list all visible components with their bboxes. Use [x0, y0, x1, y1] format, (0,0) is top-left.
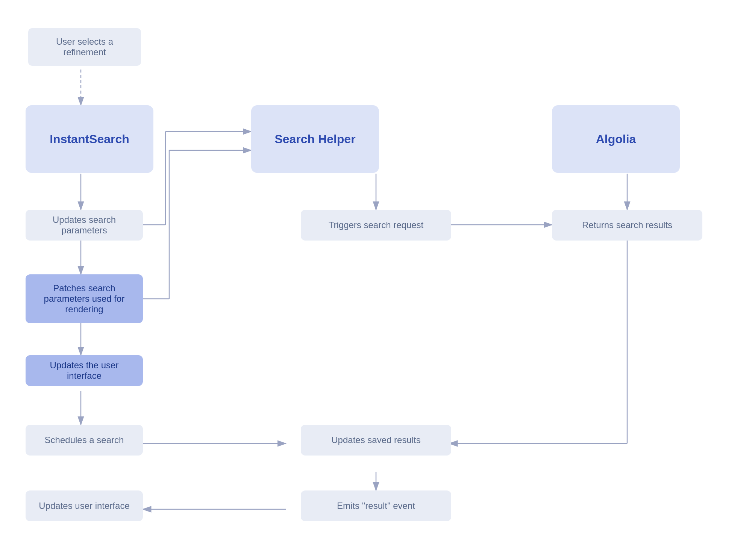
updates-user-interface-box: Updates the user interface [26, 355, 143, 386]
triggers-search-box: Triggers search request [301, 210, 451, 241]
algolia-box: Algolia [552, 105, 680, 173]
updates-search-params-box: Updates search parameters [26, 210, 143, 241]
search-helper-box: Search Helper [251, 105, 379, 173]
updates-ui-final-box: Updates user interface [26, 490, 143, 521]
user-selects-label: User selects a refinement [28, 28, 141, 66]
diagram-container: User selects a refinement InstantSearch … [0, 0, 752, 560]
returns-search-results-box: Returns search results [552, 210, 702, 241]
instant-search-box: InstantSearch [26, 105, 153, 173]
patches-search-params-box: Patches search parameters used for rende… [26, 274, 143, 323]
updates-saved-results-box: Updates saved results [301, 425, 451, 456]
emits-result-box: Emits "result" event [301, 490, 451, 521]
schedules-search-box: Schedules a search [26, 425, 143, 456]
